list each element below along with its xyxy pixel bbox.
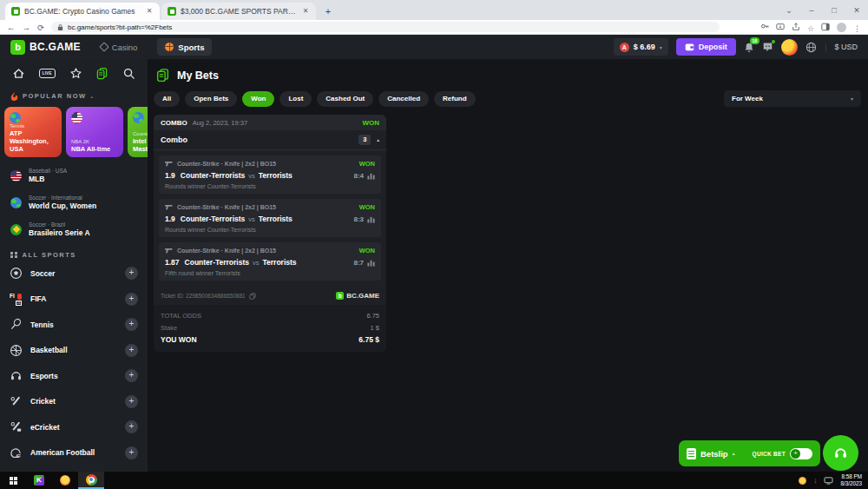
popular-card-iem[interactable]: Counter-Strike Intel Extreme Masters — [128, 107, 148, 157]
period-dropdown[interactable]: For Week — [724, 90, 861, 107]
expand-plus-icon[interactable] — [125, 344, 138, 357]
sidebar-item-esports[interactable]: Esports — [0, 363, 148, 389]
currency-selector[interactable]: $ USD — [834, 43, 858, 51]
tray-display-icon[interactable] — [824, 477, 833, 485]
browser-tab-1[interactable]: BC.GAME: Crypto Casino Games — [5, 3, 160, 20]
event-brasileiro-serie-a[interactable]: Soccer · Brazil Brasileiro Serie A — [10, 221, 137, 237]
expand-plus-icon[interactable] — [125, 318, 138, 331]
diamond-icon — [99, 42, 108, 51]
bet-leg-3[interactable]: Counter-Strike · Knife | 2x2 | BO15 WON … — [159, 242, 381, 281]
home-icon[interactable] — [12, 67, 25, 80]
filter-cancelled[interactable]: Cancelled — [378, 91, 429, 107]
brazil-flag-icon — [10, 224, 22, 235]
my-bets-icon[interactable] — [95, 67, 108, 80]
filter-won[interactable]: Won — [242, 91, 274, 107]
browser-menu-icon[interactable] — [853, 19, 861, 35]
sidebar-item-soccer[interactable]: Soccer — [0, 261, 148, 287]
chat-icon — [762, 42, 773, 52]
profile-avatar[interactable] — [837, 23, 846, 32]
share-icon[interactable] — [792, 23, 800, 31]
tab-close-icon[interactable] — [301, 7, 310, 16]
taskbar-app-chrome[interactable] — [78, 472, 104, 489]
browser-tab-2[interactable]: $3,000 BC.GAME SPORTS PARLA — [161, 3, 316, 20]
bet-leg-2[interactable]: Counter-Strike · Knife | 2x2 | BO15 WON … — [159, 199, 381, 237]
back-button[interactable] — [7, 23, 16, 32]
sidebar-item-basketball[interactable]: Basketball — [0, 338, 148, 364]
sidebar-item-cricket[interactable]: Cricket — [0, 389, 148, 415]
collapse-caret-icon[interactable] — [377, 137, 379, 142]
event-mlb[interactable]: Baseball · USA MLB — [10, 168, 137, 183]
chat-button[interactable] — [762, 42, 773, 52]
expand-plus-icon[interactable] — [125, 420, 138, 433]
expand-plus-icon[interactable] — [125, 293, 138, 306]
filter-lost[interactable]: Lost — [279, 91, 312, 107]
deposit-button[interactable]: Deposit — [676, 38, 736, 56]
nav-casino[interactable]: Casino — [93, 38, 146, 56]
card-title: ATP Washington, USA — [10, 129, 56, 153]
filter-refund[interactable]: Refund — [434, 91, 476, 107]
ticket-row: Ticket ID: 2298500634886650881 BC.GAME — [154, 286, 386, 305]
popular-card-nba-alltime[interactable]: NBA 2K NBA All-time — [66, 107, 123, 157]
search-icon[interactable] — [122, 67, 135, 80]
expand-plus-icon[interactable] — [125, 369, 138, 382]
minimize-button[interactable] — [800, 6, 823, 15]
filter-cashed-out[interactable]: Cashed Out — [317, 91, 373, 107]
leg-status-badge: WON — [359, 247, 375, 254]
password-key-icon[interactable] — [760, 23, 769, 31]
taskbar-clock[interactable]: 8:58 PM 8/3/2023 — [840, 473, 862, 488]
stats-bars-icon[interactable] — [367, 259, 375, 267]
filter-open-bets[interactable]: Open Bets — [185, 91, 237, 107]
close-button[interactable] — [845, 6, 868, 15]
favorites-star-icon[interactable] — [69, 67, 82, 80]
event-name: World Cup, Women — [29, 202, 96, 210]
reload-button[interactable] — [37, 23, 44, 32]
start-button[interactable] — [0, 472, 26, 489]
event-world-cup-women[interactable]: Soccer · International World Cup, Women — [10, 195, 137, 210]
sidebar-item-fifa[interactable]: FI21 FIFA — [0, 287, 148, 313]
nav-sports[interactable]: Sports — [157, 38, 212, 56]
stats-bars-icon[interactable] — [367, 215, 375, 223]
tray-download-icon[interactable] — [813, 476, 818, 485]
url-input[interactable]: bc.game/sports?bt-path=%2Fbets — [51, 22, 720, 32]
globe-icon — [10, 197, 22, 208]
chevron-down-icon — [851, 96, 853, 102]
taskbar-app-kz[interactable] — [26, 472, 52, 489]
bcgame-logo[interactable]: BC.GAME — [10, 40, 81, 55]
expand-plus-icon[interactable] — [125, 446, 138, 459]
notifications-button[interactable]: 18 — [744, 42, 754, 53]
tab-search-icon[interactable] — [778, 6, 800, 15]
combo-toggle-row[interactable]: Combo 3 — [154, 130, 386, 150]
forward-button[interactable] — [23, 23, 31, 32]
bookmark-star-icon[interactable] — [807, 19, 814, 35]
taskbar-app-2[interactable] — [52, 472, 78, 489]
expand-plus-icon[interactable] — [125, 267, 138, 280]
maximize-button[interactable] — [823, 6, 845, 15]
popular-now-header[interactable]: POPULAR NOW — [0, 83, 148, 107]
sidebar-item-american-football[interactable]: American Football — [0, 440, 148, 466]
popular-card-atp-washington[interactable]: Tennis ATP Washington, USA — [4, 107, 62, 157]
bet-leg-1[interactable]: Counter-Strike · Knife | 2x2 | BO15 WON … — [159, 155, 381, 194]
balance-selector[interactable]: $ 6.69 — [614, 38, 668, 56]
support-button[interactable] — [823, 435, 858, 471]
language-globe-icon[interactable] — [806, 42, 817, 53]
new-tab-button[interactable] — [321, 4, 335, 18]
bet-card: COMBO Aug 2, 2023, 19:37 WON Combo 3 Cou… — [154, 115, 386, 352]
side-panel-icon[interactable] — [821, 23, 830, 31]
tennis-icon — [10, 318, 23, 331]
sidebar-item-tennis[interactable]: Tennis — [0, 312, 148, 338]
filter-all[interactable]: All — [154, 91, 180, 107]
install-icon[interactable] — [776, 23, 785, 31]
tab-close-icon[interactable] — [145, 7, 154, 16]
expand-plus-icon[interactable] — [125, 395, 138, 408]
quick-bet-toggle[interactable] — [790, 448, 812, 459]
leg-league: Counter-Strike · Knife | 2x2 | BO15 — [177, 161, 276, 167]
live-icon[interactable] — [39, 69, 56, 78]
copy-icon[interactable] — [249, 293, 256, 300]
tray-coin-icon[interactable] — [799, 477, 806, 485]
sidebar-item-ecricket[interactable]: eCricket — [0, 414, 148, 440]
soccer-icon — [10, 267, 23, 280]
clock-date: 8/3/2023 — [840, 480, 862, 488]
stats-bars-icon[interactable] — [367, 172, 375, 180]
betslip-bar[interactable]: Betslip QUICK BET — [679, 440, 820, 466]
user-avatar[interactable] — [781, 39, 798, 56]
